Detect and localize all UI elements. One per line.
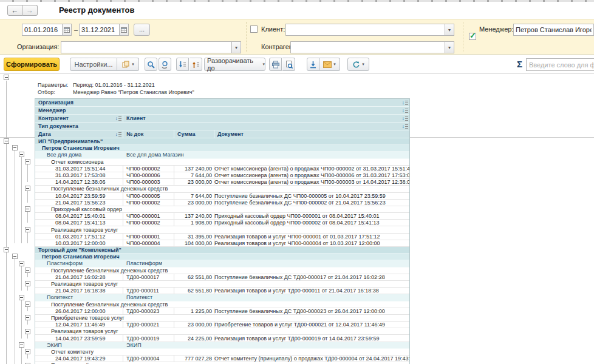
- tree-collapse-button[interactable]: [4, 75, 9, 80]
- autosum-icon[interactable]: Σ: [517, 59, 522, 69]
- refresh-button[interactable]: ▾: [347, 58, 369, 71]
- report-row-type[interactable]: Поступление безналичных денежных средств: [35, 268, 409, 274]
- report-row-mgr[interactable]: Петров Станислав Игоревич: [35, 254, 409, 260]
- client-checkbox[interactable]: [250, 25, 258, 33]
- report-variants-button[interactable]: ▾: [117, 58, 139, 71]
- report-row-doc[interactable]: 10.03.2017 12:00:00ЧП00-000004104 000,00…: [35, 240, 409, 247]
- sort-icon[interactable]: ↓: [402, 100, 410, 106]
- report-row-type[interactable]: Отчет комитенту: [35, 349, 409, 356]
- print-preview-button[interactable]: [282, 58, 295, 71]
- report-row-type[interactable]: Реализация товаров услуг: [35, 328, 409, 335]
- report-row-doc[interactable]: 01.03.2017 17:51:12ЧП00-00000131 395,00 …: [35, 234, 409, 240]
- report-row-doc[interactable]: 31.03.2017 15:51:44ЧП00-000002137 240,00…: [35, 166, 409, 172]
- forward-button[interactable]: →: [22, 5, 38, 16]
- header-row-manager[interactable]: Менеджер ↓: [35, 107, 409, 115]
- report-row-type[interactable]: Поступление безналичных денежных средств: [35, 186, 409, 192]
- contractor-input[interactable]: [290, 41, 445, 53]
- header-row-doctype[interactable]: Тип документа ↓: [35, 123, 409, 130]
- expand-groups-button[interactable]: [189, 58, 202, 71]
- report-row-doc[interactable]: 14.04.2017 12:38:06ЧП00-00000323 000,00 …: [35, 179, 409, 186]
- send-email-button[interactable]: ▾: [319, 58, 340, 71]
- settings-button[interactable]: Настройки...: [70, 58, 117, 71]
- report-row-type[interactable]: Поступление безналичных денежных средств: [35, 302, 409, 308]
- tree-collapse-button[interactable]: [25, 159, 30, 164]
- report-parameters: Параметры:Период: 01.01.2016 - 31.12.202…: [38, 81, 194, 96]
- quick-filter-input[interactable]: [526, 58, 594, 71]
- report-row-ctr[interactable]: ЭКИПЭКИП: [35, 342, 409, 349]
- tree-collapse-button[interactable]: [12, 145, 18, 150]
- tree-collapse-button[interactable]: [19, 152, 24, 157]
- tree-collapse-button[interactable]: [25, 206, 30, 212]
- org-dropdown-button[interactable]: ▾: [231, 41, 241, 53]
- date-from-input[interactable]: [22, 24, 62, 36]
- report-row-type[interactable]: Реализация товаров услуг: [35, 226, 409, 233]
- period-options-button[interactable]: ...: [134, 24, 150, 36]
- expand-to-button[interactable]: Разворачивать до▾: [204, 58, 265, 71]
- tree-collapse-button[interactable]: [25, 227, 30, 232]
- report-row-ctr[interactable]: ПолитекстПолитекст: [35, 294, 409, 301]
- report-row-mgr[interactable]: Петров Станислав Игоревич: [35, 145, 409, 152]
- sort-icon[interactable]: ↓: [402, 124, 410, 129]
- header-row-org[interactable]: Организация ↓: [35, 99, 409, 107]
- tree-collapse-button[interactable]: [25, 349, 30, 354]
- collapse-groups-button[interactable]: [176, 58, 189, 71]
- report-row-org[interactable]: Торговый дом "Комплексный": [35, 247, 409, 254]
- client-combo: ▾: [285, 24, 454, 36]
- tree-collapse-button[interactable]: [25, 186, 30, 191]
- tree-collapse-button[interactable]: [25, 268, 30, 273]
- sort-icon[interactable]: ↓: [115, 132, 123, 137]
- report-row-doc[interactable]: 26.04.2017 12:00:00ТД00-0000231 225,00 П…: [35, 308, 409, 315]
- report-row-org[interactable]: ИП "Предприниматель": [35, 138, 409, 145]
- print-button[interactable]: [269, 58, 282, 71]
- tree-collapse-button[interactable]: [25, 315, 30, 320]
- report-row-doc[interactable]: 10.04.2017 23:59:59ЧП00-0000057 644,00 П…: [35, 193, 409, 200]
- search-button[interactable]: [145, 58, 157, 71]
- contractor-dropdown-button[interactable]: ▾: [445, 41, 454, 53]
- header-row-columns[interactable]: Дата ↓ № док Сумма Документ: [35, 130, 409, 138]
- report-row-doc[interactable]: 08.04.2017 15:40:01ЧП00-000001137 240,00…: [35, 213, 409, 220]
- filter-separator: [463, 22, 463, 52]
- app-window: ← → Реестр документов – ... Клиент: ▾: [0, 0, 594, 364]
- search-next-button[interactable]: [159, 58, 171, 71]
- tree-collapse-button[interactable]: [4, 138, 9, 144]
- calendar-icon[interactable]: [62, 24, 72, 36]
- report-row-doc[interactable]: 12.04.2017 11:46:49ТД00-00002123 000,00 …: [35, 322, 409, 328]
- tree-collapse-button[interactable]: [25, 329, 30, 334]
- calendar-icon[interactable]: [119, 24, 129, 36]
- tree-collapse-button[interactable]: [19, 295, 24, 300]
- report-row-type[interactable]: Реализация товаров услуг: [35, 281, 409, 288]
- tree-collapse-button[interactable]: [4, 247, 9, 252]
- report-row-doc[interactable]: 21.04.2017 15:56:23ЧП00-00000223 000,00 …: [35, 200, 409, 206]
- org-input[interactable]: [61, 41, 231, 53]
- sort-icon[interactable]: ↓: [402, 108, 410, 113]
- tree-collapse-button[interactable]: [25, 281, 30, 286]
- date-to-input[interactable]: [79, 24, 119, 36]
- report-row-doc[interactable]: 24.04.2017 19:43:29ТД00-000004777 027,28…: [35, 356, 409, 362]
- tree-connector-line: [27, 320, 28, 325]
- report-row-type[interactable]: Приходный кассовый ордер: [35, 206, 409, 213]
- generate-button[interactable]: Сформировать: [4, 58, 60, 71]
- header-row-contractor[interactable]: Контрагент ↓ Клиент ↓: [35, 115, 409, 123]
- report-row-doc[interactable]: 21.04.2017 16:02:28ТД00-00001762 551,80 …: [35, 274, 409, 281]
- report-row-ctr[interactable]: Все для домаВсе для дома Магазин: [35, 152, 409, 158]
- client-dropdown-button[interactable]: ▾: [445, 24, 454, 36]
- tree-collapse-button[interactable]: [19, 342, 24, 348]
- report-row-doc[interactable]: 31.03.2017 17:53:08ЧП00-0000067 644,00 О…: [35, 172, 409, 179]
- sort-icon[interactable]: ↓: [402, 116, 410, 121]
- client-input[interactable]: [285, 24, 445, 36]
- manager-input[interactable]: [513, 24, 594, 36]
- report-row-type[interactable]: Приобретение товаров услуг: [35, 315, 409, 322]
- report-row-doc[interactable]: 08.04.2017 15:41:13ЧП00-0000021 908,00 П…: [35, 220, 409, 226]
- tree-collapse-button[interactable]: [12, 254, 18, 259]
- search-next-icon: [161, 61, 169, 69]
- save-button[interactable]: [307, 58, 319, 71]
- tree-collapse-button[interactable]: [25, 302, 30, 307]
- report-row-doc[interactable]: 21.04.2017 16:18:38ТД00-00001162 551,80 …: [35, 288, 409, 294]
- report-row-type[interactable]: Отчет комиссионера: [35, 159, 409, 166]
- report-row-doc[interactable]: 14.04.2017 23:59:59ТД00-00001924 225,00 …: [35, 335, 409, 342]
- tree-collapse-button[interactable]: [19, 261, 24, 266]
- back-button[interactable]: ←: [7, 5, 22, 16]
- report-row-ctr[interactable]: ПластинформПластинформ: [35, 260, 409, 267]
- manager-checkbox[interactable]: ✓: [469, 33, 476, 40]
- sort-icon[interactable]: ↓: [115, 116, 123, 121]
